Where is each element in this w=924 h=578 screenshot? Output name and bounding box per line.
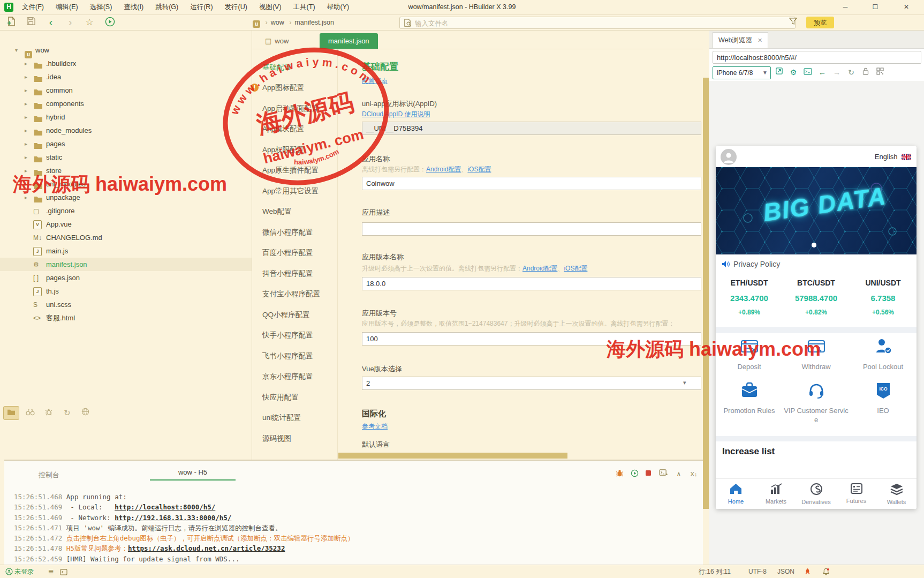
tree-item-pages[interactable]: ▸pages (0, 137, 252, 151)
reload-icon[interactable]: ↻ (845, 66, 858, 78)
favorite-star-icon[interactable]: ☆ (84, 17, 95, 28)
lock-icon[interactable] (859, 66, 872, 78)
config-nav-8[interactable]: Web配置 (262, 207, 292, 216)
save-button[interactable] (25, 17, 36, 28)
log-link[interactable]: http://192.168.31.33:8000/h5/ (115, 514, 231, 522)
config-nav-7[interactable]: App常用其它设置 (262, 186, 319, 196)
tree-item-th-js[interactable]: Jth.js (0, 284, 252, 298)
collapse-icon[interactable]: ∧ (673, 469, 685, 479)
debug-ant-icon[interactable] (41, 406, 56, 420)
tree-item--hbuilderx[interactable]: ▸.hbuilderx (0, 57, 252, 70)
grid-item-promotion-rules[interactable]: Promotion Rules (716, 381, 783, 415)
qr-code-icon[interactable] (874, 66, 887, 78)
avatar[interactable] (721, 149, 737, 165)
tree-item-CHANGELOG-md[interactable]: M↓CHANGELOG.md (0, 231, 252, 244)
editor-tab-manifest.json[interactable]: manifest.json (320, 33, 378, 49)
config-nav-12[interactable]: 支付宝小程序配置 (262, 289, 320, 299)
globe-icon[interactable] (78, 406, 93, 420)
config-nav-4[interactable]: App模块配置 (262, 124, 304, 134)
tree-root-wow[interactable]: ▾uwow (0, 43, 252, 57)
filter-funnel-icon[interactable] (787, 17, 799, 28)
config-nav-18[interactable]: uni统计配置 (262, 413, 301, 423)
config-nav-1[interactable]: 基础配置 (262, 63, 291, 72)
config-nav-11[interactable]: 抖音小程序配置 (262, 269, 313, 279)
log-link[interactable]: https://ask.dcloud.net.cn/article/35232 (128, 544, 285, 552)
refresh-icon[interactable]: ↻ (59, 406, 74, 420)
config-guide-link[interactable]: 配置指南 (362, 77, 388, 86)
encoding[interactable]: UTF-8 (748, 565, 767, 578)
banner-carousel[interactable]: BIG DATA (716, 167, 917, 254)
grid-item-deposit[interactable]: Deposit (716, 337, 783, 371)
phone-tab-wallets[interactable]: Wallets (876, 479, 917, 509)
log-link[interactable]: http://localhost:8000/h5/ (115, 503, 215, 511)
tree-item-static[interactable]: ▸static (0, 151, 252, 164)
new-terminal-icon[interactable] (657, 469, 669, 479)
grid-item-withdraw[interactable]: Withdraw (783, 337, 850, 371)
clear-console-icon[interactable]: X↓ (688, 469, 700, 479)
field-input-5[interactable] (362, 332, 701, 346)
console-tab-wow-h5[interactable]: wow - H5 (150, 468, 236, 481)
config-nav-9[interactable]: 微信小程序配置 (262, 228, 313, 237)
tree-item-node-modules[interactable]: ▸node_modules (0, 124, 252, 137)
close-tab-icon[interactable]: ✕ (752, 37, 762, 43)
tree-item-pages-json[interactable]: [ ]pages.json (0, 271, 252, 284)
breadcrumb[interactable]: u ›wow ›manifest.json (253, 17, 334, 28)
tree-item--html[interactable]: <>客服.html (0, 311, 252, 325)
config-nav-5[interactable]: App权限配置 (262, 145, 304, 155)
tree-item-store[interactable]: ▸store (0, 164, 252, 177)
hint-link[interactable]: Android配置 (522, 265, 557, 272)
tree-item-common[interactable]: ▸common (0, 84, 252, 97)
config-nav-10[interactable]: 百度小程序配置 (262, 248, 313, 258)
ticker-BTC/USDT[interactable]: BTC/USDT57988.4700+0.82% (783, 274, 850, 327)
search-binoculars-icon[interactable] (22, 406, 37, 420)
forward-button[interactable]: › (64, 17, 76, 28)
run-button[interactable] (104, 17, 116, 28)
explorer-folder-icon[interactable] (3, 406, 19, 420)
config-nav-2[interactable]: App图标配置 (262, 83, 304, 93)
config-nav-3[interactable]: App启动界面配置 (262, 104, 319, 114)
tree-item-App-vue[interactable]: VApp.vue (0, 217, 252, 231)
tree-item-unpackage[interactable]: ▸unpackage (0, 191, 252, 204)
list-icon[interactable]: ≣ (48, 565, 54, 578)
notification-bell-icon[interactable] (822, 565, 830, 578)
grid-item-pool-lockout[interactable]: Pool Lockout (850, 337, 917, 371)
nav-back-icon[interactable]: ← (816, 66, 829, 78)
editor-tab-wow[interactable]: ▤wow (256, 33, 297, 49)
tree-item-hybrid[interactable]: ▸hybrid (0, 110, 252, 124)
field-input-4[interactable] (362, 277, 701, 290)
close-button[interactable]: ✕ (895, 0, 918, 14)
field-input-2[interactable] (362, 177, 701, 190)
config-nav-19[interactable]: 源码视图 (262, 434, 291, 444)
maximize-button[interactable]: ☐ (864, 0, 887, 14)
config-nav-14[interactable]: 快手小程序配置 (262, 331, 313, 340)
hint-link[interactable]: iOS配置 (564, 265, 587, 272)
search-input[interactable] (414, 17, 785, 29)
terminal-icon[interactable] (60, 565, 67, 578)
gear-icon[interactable]: ⚙ (787, 66, 800, 78)
device-select[interactable]: iPhone 6/7/8▼ (713, 66, 771, 79)
grid-item-vip-customer-service[interactable]: VIP Customer Service (783, 381, 850, 424)
phone-tab-derivatives[interactable]: Derivatives (796, 479, 836, 509)
new-file-button[interactable] (5, 17, 17, 28)
config-nav-16[interactable]: 京东小程序配置 (262, 372, 313, 381)
hint-link[interactable]: Android配置 (426, 166, 461, 173)
nav-forward-icon[interactable]: → (830, 66, 843, 78)
hint-link[interactable]: iOS配置 (467, 166, 491, 173)
ticker-ETH/USDT[interactable]: ETH/USDT2343.4700+0.89% (716, 274, 783, 327)
login-status[interactable]: 未登录 (5, 565, 34, 578)
tree-item-components[interactable]: ▸components (0, 97, 252, 110)
file-format[interactable]: JSON (777, 565, 794, 578)
notice-bar[interactable]: Privacy Policy (716, 254, 917, 274)
tree-item--idea[interactable]: ▸.idea (0, 70, 252, 84)
browser-tab[interactable]: Web浏览器✕ (713, 32, 768, 48)
phone-tab-home[interactable]: Home (716, 479, 756, 509)
tree-item-manifest-json[interactable]: ⚙manifest.json (0, 258, 252, 271)
config-nav-13[interactable]: QQ小程序配置 (262, 310, 310, 320)
url-input[interactable] (713, 51, 921, 64)
restart-run-icon[interactable] (628, 469, 640, 479)
debug-bug-icon[interactable] (614, 469, 625, 479)
minimize-button[interactable]: ─ (834, 0, 857, 14)
file-search-box[interactable] (399, 17, 796, 29)
back-button[interactable]: ‹ (45, 17, 57, 28)
tree-item-main-js[interactable]: Jmain.js (0, 244, 252, 258)
